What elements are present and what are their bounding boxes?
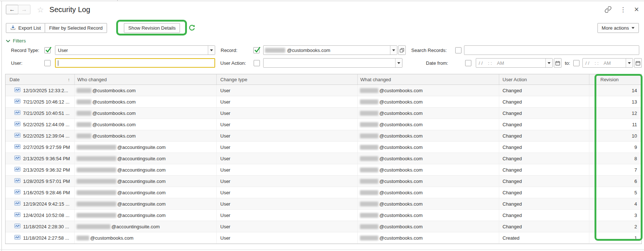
security-log-table: Date ↑ Who changed Change type What chan… (5, 74, 642, 244)
record-type-select[interactable]: User (55, 45, 215, 55)
column-header-user-action[interactable]: User Action (499, 74, 589, 85)
table-row[interactable]: 2/27/2025 9:27:59 PM@accountingsuite.com… (5, 142, 641, 153)
cell-user-action: Changed (499, 85, 589, 96)
cell-change-type: User (217, 142, 358, 153)
log-record-icon (14, 121, 21, 127)
cell-date: 1/16/2025 9:28:46 PM (5, 187, 75, 198)
cell-date: 12/10/2025 12:33:2... (5, 85, 75, 96)
back-arrow-icon: ← (9, 7, 15, 12)
column-header-date[interactable]: Date ↑ (5, 74, 75, 85)
redacted-username (360, 224, 378, 229)
back-button[interactable]: ← (6, 5, 18, 14)
choose-from-list-button[interactable] (398, 45, 406, 55)
date-to-checkbox[interactable] (573, 60, 579, 66)
table-row[interactable]: 7/21/2025 10:46:12 ...@custombooks.comUs… (5, 96, 641, 108)
cell-user-action: Changed (499, 187, 589, 198)
dropdown-button[interactable] (208, 46, 215, 55)
redacted-username (360, 122, 378, 127)
table-row[interactable]: 2/13/2025 9:36:54 PM@accountingsuite.com… (5, 153, 641, 164)
cell-what-changed: @custombooks.com (358, 130, 499, 141)
record-label: Record: (221, 45, 238, 55)
more-menu-kebab-icon[interactable]: ⋮ (620, 7, 626, 13)
user-input[interactable] (55, 58, 215, 68)
export-list-button[interactable]: Export List (6, 23, 45, 33)
text-cursor (58, 60, 58, 66)
user-checkbox[interactable] (44, 60, 51, 66)
cell-revision: 1 (589, 232, 641, 243)
favorite-star-icon[interactable]: ☆ (37, 6, 44, 14)
filters-section-toggle[interactable]: Filters (6, 38, 26, 44)
dropdown-button[interactable] (390, 46, 397, 55)
table-row[interactable]: 1/28/2025 9:57:01 PM@accountingsuite.com… (5, 176, 641, 187)
refresh-icon[interactable] (188, 24, 196, 32)
show-revision-details-button[interactable]: Show Revision Details (124, 23, 180, 33)
table-row[interactable]: 5/22/2025 12:39:04 ...@custombooks.comUs… (5, 130, 641, 142)
dropdown-button[interactable] (545, 59, 552, 67)
choose-from-list-icon (400, 48, 404, 53)
date-from-calendar-button[interactable] (554, 58, 562, 68)
table-row[interactable]: 7/21/2025 10:40:51 ...@custombooks.comUs… (5, 108, 641, 119)
user-action-select[interactable] (263, 58, 402, 68)
table-row[interactable]: 1/16/2025 9:28:46 PM@accountingsuite.com… (5, 187, 641, 198)
close-icon[interactable]: × (634, 5, 639, 14)
filter-by-selected-record-button[interactable]: Filter by Selected Record (45, 23, 107, 33)
cell-user-action: Changed (499, 153, 589, 164)
cell-user-action: Changed (499, 210, 589, 221)
cell-date: 5/22/2025 12:39:04 ... (5, 130, 75, 141)
date-to-input[interactable]: / / : : AM (582, 58, 633, 68)
security-log-window: { "titlebar": { "title": "Security Log" … (0, 0, 644, 251)
column-header-revision[interactable]: Revision (589, 74, 641, 85)
column-header-what-changed[interactable]: What changed (358, 74, 499, 85)
redacted-username (360, 179, 378, 184)
cell-what-changed: @custombooks.com (358, 96, 499, 107)
filters-section-label: Filters (13, 38, 26, 44)
cell-change-type: User (217, 232, 358, 243)
user-action-checkbox[interactable] (254, 60, 260, 66)
more-actions-button[interactable]: More actions (597, 23, 639, 33)
cell-revision: 13 (589, 96, 641, 107)
record-checkbox[interactable] (253, 47, 260, 53)
table-row[interactable]: 2/13/2025 9:36:32 PM@accountingsuite.com… (5, 164, 641, 176)
record-select[interactable]: @custombooks.com (263, 45, 397, 55)
search-records-checkbox[interactable] (455, 47, 461, 53)
record-type-checkbox[interactable] (44, 47, 51, 53)
table-row[interactable]: 11/18/2024 2:27:58 ...@custombooks.comUs… (5, 232, 641, 244)
cell-date: 12/19/2024 9:42:15 ... (5, 198, 75, 209)
redacted-username (77, 179, 116, 184)
table-row[interactable]: 11/18/2024 2:28:30 ...@accountingsuite.c… (5, 221, 641, 232)
redacted-username (77, 156, 116, 161)
export-icon (10, 25, 16, 31)
search-records-input[interactable] (464, 45, 639, 55)
cell-what-changed: @custombooks.com (358, 210, 499, 221)
sort-ascending-icon: ↑ (68, 77, 70, 82)
cell-user-action: Changed (499, 176, 589, 187)
dropdown-button[interactable] (395, 59, 402, 67)
table-row[interactable]: 12/19/2024 9:42:15 ...@accountingsuite.c… (5, 198, 641, 210)
forward-button[interactable]: → (18, 5, 30, 14)
dropdown-button[interactable] (626, 59, 633, 67)
cell-revision: 7 (589, 164, 641, 175)
cell-revision: 3 (589, 210, 641, 221)
table-row[interactable]: 12/10/2025 12:33:2...@custombooks.comUse… (5, 85, 641, 96)
column-header-change-type[interactable]: Change type (217, 74, 358, 85)
cell-revision: 2 (589, 221, 641, 232)
log-record-icon (14, 224, 21, 229)
chevron-down-icon (548, 62, 551, 64)
table-row[interactable]: 12/4/2024 10:52:08 ...@accountingsuite.c… (5, 210, 641, 221)
titlebar: ← → ☆ Security Log ⋮ × (6, 4, 639, 15)
cell-date: 7/21/2025 10:40:51 ... (5, 108, 75, 119)
column-header-who-changed[interactable]: Who changed (75, 74, 217, 85)
calendar-icon (636, 61, 640, 65)
user-label: User: (11, 58, 22, 68)
redacted-username (77, 88, 91, 93)
chevron-down-icon (628, 62, 631, 64)
search-records-label: Search Records: (411, 45, 447, 55)
date-from-checkbox[interactable] (465, 60, 471, 66)
cell-change-type: User (217, 187, 358, 198)
date-from-input[interactable]: / / : : AM (476, 58, 553, 68)
date-to-calendar-button[interactable] (634, 58, 642, 68)
redacted-username (360, 100, 378, 104)
table-row[interactable]: 5/22/2025 12:44:09 ...@custombooks.comUs… (5, 119, 641, 130)
copy-link-icon[interactable] (604, 6, 612, 13)
cell-user-action: Changed (499, 221, 589, 232)
